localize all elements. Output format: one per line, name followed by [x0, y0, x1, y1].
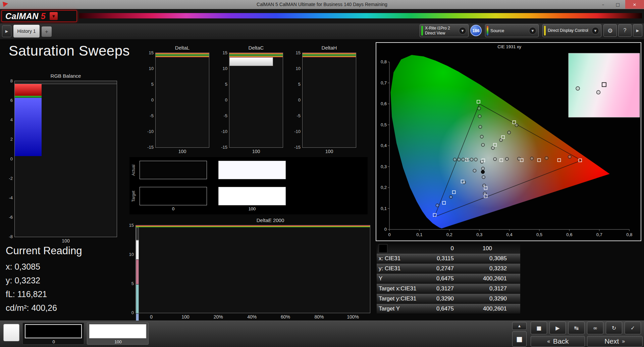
results-table: 0100x: CIE310,31150,3085y: CIE310,27470,… — [377, 244, 520, 314]
tab-history-1[interactable]: History 1 — [13, 25, 40, 38]
y-tick-label: -10 — [216, 129, 227, 134]
play-button[interactable]: ▶ — [549, 322, 566, 334]
y-tick-label: 4 — [1, 117, 13, 123]
stop-button[interactable]: ■ — [531, 322, 547, 334]
table-row: Y0,6475400,2601 — [377, 274, 520, 283]
meter-accent — [421, 26, 423, 36]
y-tick-label: 8 — [1, 78, 13, 84]
chevron-down-icon[interactable]: ▼ — [459, 27, 466, 34]
svg-text:0,4: 0,4 — [381, 143, 387, 148]
big-stop-button[interactable]: ■ — [512, 331, 527, 347]
y-tick-label: -5 — [216, 113, 227, 119]
y-tick-label: 6 — [1, 98, 13, 103]
minimize-button[interactable]: – — [596, 0, 610, 9]
source-dropdown[interactable]: Source ▼ — [485, 24, 539, 37]
logo-text: CalMAN — [5, 11, 39, 21]
step-button[interactable]: ↹ — [568, 322, 585, 334]
table-row: y: CIE310,27470,3232 — [377, 264, 520, 273]
y-tick-label: -15 — [289, 145, 301, 150]
y-tick-label: -5 — [289, 113, 301, 119]
x-tick-label: 80% — [308, 314, 331, 320]
maximize-button[interactable]: □ — [610, 0, 625, 9]
help-button[interactable]: ? — [618, 24, 632, 37]
svg-text:0,8: 0,8 — [626, 232, 632, 237]
table-row: Target y:CIE310,32900,3290 — [377, 294, 520, 303]
source-label: Source — [490, 28, 527, 33]
gear-icon[interactable]: ⚙ — [603, 24, 617, 37]
bar — [229, 57, 273, 66]
table-row: x: CIE310,31150,3085 — [377, 254, 520, 263]
bar — [136, 227, 139, 240]
x-axis-label: 100 — [15, 238, 117, 244]
column-label-100: 100 — [218, 206, 286, 211]
target-row-label: Target — [131, 187, 136, 205]
display-control-dropdown[interactable]: Direct Display Control ▼ — [542, 24, 601, 37]
white-pattern-button[interactable] — [3, 324, 19, 341]
svg-text:0,7: 0,7 — [381, 80, 387, 85]
y-tick-label: -10 — [142, 129, 154, 134]
bar — [15, 84, 42, 96]
loop-button[interactable]: ↻ — [606, 322, 622, 334]
y-tick-label: 0 — [289, 97, 301, 103]
x-tick-label: 100% — [341, 314, 365, 320]
y-tick-label: 2 — [1, 137, 13, 142]
chart-title: DeltaC — [229, 45, 283, 51]
meter-count-badge: 186 — [470, 25, 482, 36]
x-axis-label: 100 — [156, 149, 209, 155]
y-tick-label: 15 — [122, 223, 134, 228]
current-reading-line: cd/m²: 400,26 — [6, 303, 82, 313]
reference-line — [303, 57, 356, 57]
patch-level-100[interactable]: 100 — [87, 323, 149, 345]
back-button[interactable]: « Back — [531, 336, 585, 347]
close-button[interactable]: × — [625, 0, 644, 9]
current-reading-title: Current Reading — [6, 245, 82, 257]
x-tick-label: 100 — [174, 314, 197, 320]
calman-window: CalMAN 5 CalMAN Ultimate for Business 14… — [0, 0, 644, 347]
meter-label: X-Rite i1Pro 2 Direct View — [425, 26, 457, 36]
white-point-inset — [569, 53, 640, 117]
y-tick-label: 15 — [216, 50, 227, 56]
meter-dropdown[interactable]: X-Rite i1Pro 2 Direct View ▼ — [420, 24, 469, 37]
chevron-down-icon[interactable]: ▼ — [529, 27, 536, 34]
y-tick-label: 5 — [216, 82, 227, 87]
bottom-bar: 0 100 ▲ ■ ■▶↹∞↻✓ « Back Next » — [0, 321, 644, 347]
meter-mode: Direct View — [425, 31, 457, 36]
y-tick-label: -2 — [1, 176, 13, 181]
logo-version: 5 — [41, 11, 46, 21]
next-button[interactable]: Next » — [587, 336, 643, 347]
table-row: Target x:CIE310,31270,3127 — [377, 284, 520, 293]
chart-title: RGB Balance — [15, 73, 117, 79]
next-chevrons-icon: » — [622, 338, 625, 345]
svg-text:0,5: 0,5 — [381, 122, 387, 127]
table-header: 0100 — [377, 244, 520, 253]
titlebar: CalMAN 5 CalMAN Ultimate for Business 14… — [0, 0, 644, 9]
patch-level-0[interactable]: 0 — [22, 323, 84, 345]
chart-title: DeltaE 2000 — [153, 217, 387, 223]
y-tick-label: 15 — [289, 50, 301, 56]
bar — [136, 284, 139, 314]
tab-scroll-button[interactable]: ▶ — [2, 25, 11, 37]
patch-swatch-0 — [25, 324, 82, 338]
svg-text:0,6: 0,6 — [566, 232, 572, 237]
chevron-down-icon[interactable]: ▼ — [592, 27, 599, 34]
svg-text:0,3: 0,3 — [381, 164, 387, 169]
svg-text:0,1: 0,1 — [416, 232, 422, 237]
chevron-up-icon[interactable]: ▲ — [512, 322, 527, 330]
next-label: Next — [604, 337, 619, 345]
patch-label-100: 100 — [87, 339, 149, 344]
collapse-panel-button[interactable]: ▶ — [633, 24, 642, 37]
y-tick-label: 5 — [289, 82, 301, 87]
logo-dropdown-icon[interactable]: ▼ — [50, 12, 58, 20]
patch-label-0: 0 — [23, 339, 85, 344]
y-tick-label: -6 — [1, 215, 13, 220]
actual-white-swatch — [218, 161, 286, 179]
calman-logo[interactable]: CalMAN 5 ▼ — [1, 10, 77, 22]
accept-button[interactable]: ✓ — [625, 322, 641, 334]
column-label-0: 0 — [140, 206, 207, 211]
x-axis-label: 100 — [303, 149, 356, 155]
svg-text:0,3: 0,3 — [476, 232, 482, 237]
rainbow-strip — [79, 13, 642, 18]
add-tab-button[interactable]: + — [42, 26, 52, 37]
continuous-button[interactable]: ∞ — [587, 322, 603, 334]
rgb-balance-chart: RGB Balance86420-2-4-6-8100 — [14, 81, 117, 237]
